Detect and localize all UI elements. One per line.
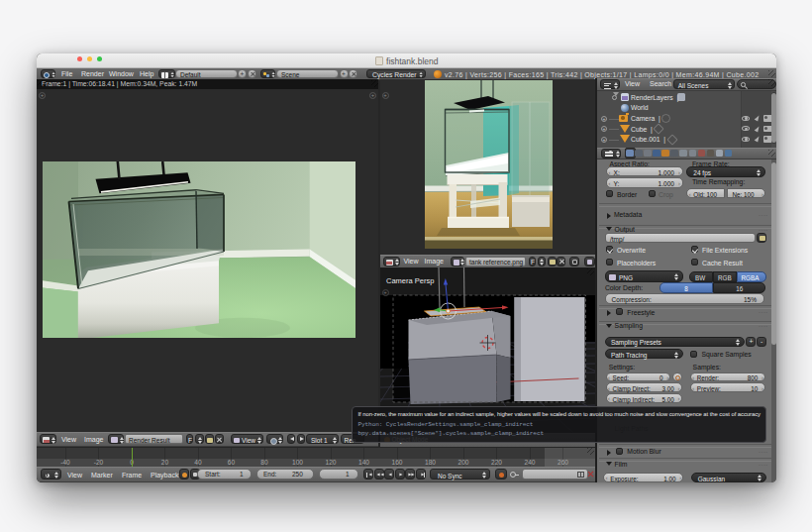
svg-text:Camera Persp: Camera Persp — [386, 276, 434, 285]
